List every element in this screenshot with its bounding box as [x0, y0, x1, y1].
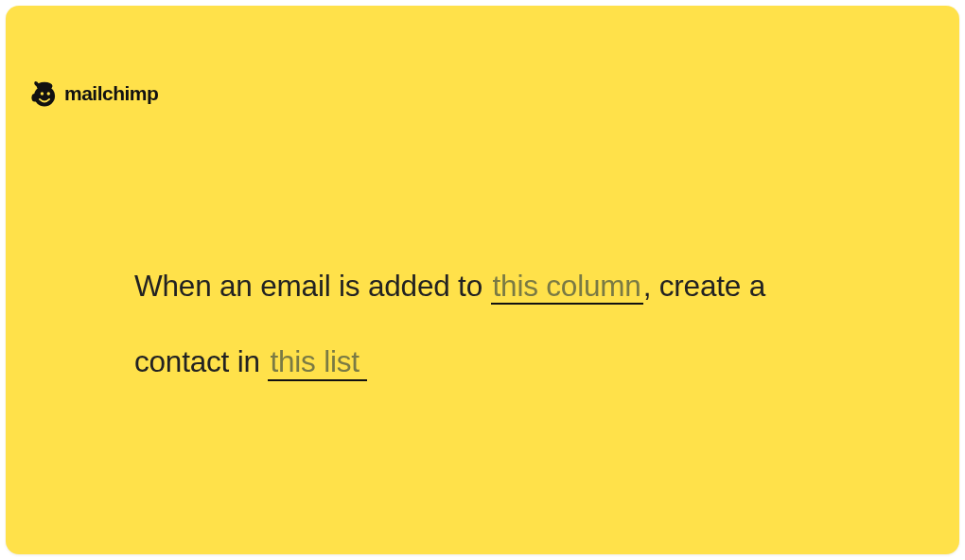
rule-sentence: When an email is added to this column, c…	[134, 248, 846, 400]
mailchimp-logo: mailchimp	[28, 78, 158, 110]
svg-point-2	[31, 94, 38, 102]
integration-card: mailchimp When an email is added to this…	[6, 6, 959, 554]
column-selector-slot[interactable]: this column	[491, 269, 643, 305]
svg-point-3	[41, 92, 44, 95]
sentence-part-1: When an email is added to	[134, 269, 491, 303]
svg-point-1	[37, 82, 53, 91]
mailchimp-freddie-icon	[28, 78, 61, 110]
list-selector-slot[interactable]: this list	[268, 344, 367, 380]
logo-text: mailchimp	[64, 82, 158, 105]
svg-point-4	[47, 92, 50, 95]
